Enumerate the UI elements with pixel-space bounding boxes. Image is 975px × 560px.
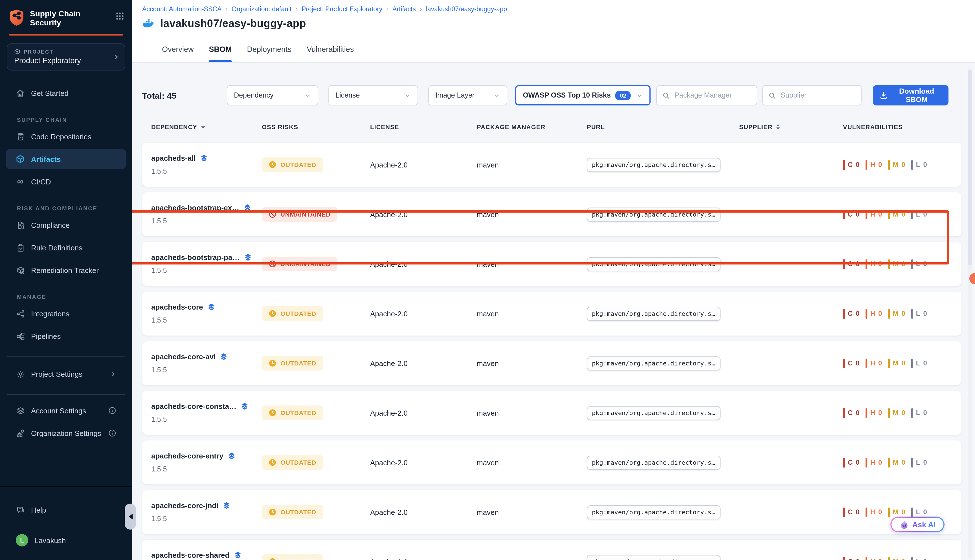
purl-cell: pkg:maven/org.apache.directory.s… xyxy=(587,257,739,271)
breadcrumb-artifact-name[interactable]: lavakush07/easy-buggy-app xyxy=(426,6,507,12)
column-header-dependency[interactable]: DEPENDENCY xyxy=(151,123,262,130)
tab-vulnerabilities[interactable]: Vulnerabilities xyxy=(307,37,354,62)
sidebar-item-organization-settings[interactable]: Organization Settings xyxy=(6,423,126,443)
purl-chip[interactable]: pkg:maven/org.apache.directory.s… xyxy=(587,207,720,222)
tab-sbom[interactable]: SBOM xyxy=(209,37,232,62)
help-chat-icon: ? xyxy=(16,506,25,514)
dependency-version: 1.5.5 xyxy=(151,515,262,523)
vulnerability-counts: C0H0M0L0 xyxy=(843,309,962,318)
table-row[interactable]: apacheds-core 1.5.5 OUTDATED Apache-2 xyxy=(142,292,962,335)
info-icon[interactable] xyxy=(109,407,116,415)
dependency-filter-select[interactable]: Dependency xyxy=(227,85,318,105)
sidebar-item-integrations[interactable]: Integrations xyxy=(6,303,126,324)
scrollbar-thumb[interactable] xyxy=(968,70,972,265)
sidebar-item-cicd[interactable]: ∞ CI/CD xyxy=(6,172,126,192)
risk-label: OUTDATED xyxy=(280,558,316,560)
severity-count-high: H0 xyxy=(866,210,883,219)
breadcrumb-account[interactable]: Account: Automation-SSCA xyxy=(142,6,222,12)
purl-chip[interactable]: pkg:maven/org.apache.directory.s… xyxy=(587,158,720,172)
app-root: Supply Chain Security PROJECT Product Ex… xyxy=(0,0,975,560)
license-cell: Apache-2.0 xyxy=(370,260,477,268)
image-layer-filter-select[interactable]: Image Layer xyxy=(428,85,507,105)
purl-chip[interactable]: pkg:maven/org.apache.directory.s… xyxy=(587,356,720,370)
dependency-cell: apacheds-core-avl 1.5.5 xyxy=(151,352,262,374)
table-row[interactable]: apacheds-core-jndi 1.5.5 OUTDATED Apa xyxy=(142,490,962,534)
section-label-manage: MANAGE xyxy=(17,294,132,300)
sidebar-item-code-repositories[interactable]: </> Code Repositories xyxy=(6,126,126,147)
ask-ai-button[interactable]: Ask AI xyxy=(890,517,945,532)
dependency-version: 1.5.5 xyxy=(151,317,262,324)
column-header-supplier[interactable]: SUPPLIER xyxy=(739,123,843,130)
table-row[interactable]: apacheds-bootstrap-pa… 1.5.5 UNMAINTAINE… xyxy=(142,242,962,286)
sidebar-item-get-started[interactable]: Get Started xyxy=(6,83,126,103)
dependency-name: apacheds-core-jndi xyxy=(151,502,219,510)
license-filter-select[interactable]: License xyxy=(328,85,418,105)
sidebar-footer: ? Help L Lavakush xyxy=(0,486,132,550)
risk-label: UNMAINTAINED xyxy=(280,211,331,218)
compliance-doc-icon xyxy=(16,221,25,229)
license-cell: Apache-2.0 xyxy=(370,408,477,417)
sidebar-item-help[interactable]: ? Help xyxy=(6,500,126,520)
table-row[interactable]: apacheds-core-entry 1.5.5 OUTDATED Ap xyxy=(142,440,962,485)
dependency-name: apacheds-bootstrap-pa… xyxy=(151,253,240,262)
vulnerability-counts: C0H0M0L0 xyxy=(843,358,962,368)
oss-risk-cell: OUTDATED xyxy=(262,356,370,370)
sbom-panel: Total: 45 Dependency License Image Layer xyxy=(132,85,975,560)
table-row[interactable]: apacheds-bootstrap-ex… 1.5.5 UNMAINTAINE… xyxy=(142,192,962,236)
main-content: Account: Automation-SSCA › Organization:… xyxy=(132,0,975,560)
sort-desc-icon xyxy=(201,125,206,128)
sidebar-item-pipelines[interactable]: Pipelines xyxy=(6,326,126,346)
dependency-name: apacheds-core-avl xyxy=(151,352,215,361)
info-icon[interactable] xyxy=(109,429,116,437)
sidebar-header: Supply Chain Security xyxy=(0,0,132,27)
dependency-cell: apacheds-bootstrap-pa… 1.5.5 xyxy=(151,253,262,275)
purl-cell: pkg:maven/org.apache.directory.s… xyxy=(587,455,739,470)
image-layers-icon xyxy=(243,204,252,212)
sidebar-item-label: Account Settings xyxy=(31,406,86,415)
sidebar-item-project-settings[interactable]: Project Settings xyxy=(6,364,126,384)
divider xyxy=(7,357,125,357)
purl-chip[interactable]: pkg:maven/org.apache.directory.s… xyxy=(587,406,720,420)
breadcrumb-artifacts[interactable]: Artifacts xyxy=(392,6,416,12)
sidebar-item-artifacts[interactable]: Artifacts xyxy=(6,149,126,169)
sidebar-item-rule-definitions[interactable]: Rule Definitions xyxy=(6,237,126,258)
column-header-package-manager: PACKAGE MANAGER xyxy=(477,123,587,130)
module-grid-icon[interactable] xyxy=(116,12,124,20)
tab-overview[interactable]: Overview xyxy=(162,37,194,62)
table-row[interactable]: apacheds-core-shared 1.5.5 OUTDATED A xyxy=(142,540,962,560)
title-row: lavakush07/easy-buggy-app xyxy=(142,17,965,37)
user-menu[interactable]: L Lavakush xyxy=(6,530,126,550)
package-manager-cell: maven xyxy=(477,557,587,560)
dependency-filter-label: Dependency xyxy=(234,92,273,99)
severity-count-medium: M0 xyxy=(888,458,905,467)
owasp-risks-filter-select[interactable]: OWASP OSS Top 10 Risks 02 xyxy=(515,85,650,105)
risk-status-icon xyxy=(269,310,277,318)
dependency-cell: apacheds-bootstrap-ex… 1.5.5 xyxy=(151,203,262,225)
severity-count-low: L0 xyxy=(911,210,927,219)
breadcrumb-organization[interactable]: Organization: default xyxy=(232,6,291,12)
project-label: PROJECT xyxy=(24,49,53,54)
risk-label: OUTDATED xyxy=(280,310,316,317)
supplier-search-input[interactable] xyxy=(780,91,855,100)
table-row[interactable]: apacheds-all 1.5.5 OUTDATED Apache-2. xyxy=(142,143,962,187)
sidebar-item-remediation-tracker[interactable]: Remediation Tracker xyxy=(6,260,126,280)
sidebar-item-label: Code Repositories xyxy=(31,132,92,141)
project-selector[interactable]: PROJECT Product Exploratory xyxy=(7,43,125,70)
app-title: Supply Chain Security xyxy=(30,9,88,27)
download-sbom-button[interactable]: Download SBOM xyxy=(873,85,948,105)
purl-chip[interactable]: pkg:maven/org.apache.directory.s… xyxy=(587,455,720,470)
tab-deployments[interactable]: Deployments xyxy=(247,37,292,62)
purl-chip[interactable]: pkg:maven/org.apache.directory.s… xyxy=(587,257,720,271)
account-settings-icon xyxy=(16,406,25,415)
sidebar-collapse-handle[interactable] xyxy=(125,503,136,530)
license-filter-label: License xyxy=(336,92,360,99)
table-row[interactable]: apacheds-core-avl 1.5.5 OUTDATED Apac xyxy=(142,341,962,385)
purl-chip[interactable]: pkg:maven/org.apache.directory.s… xyxy=(587,555,720,560)
purl-chip[interactable]: pkg:maven/org.apache.directory.s… xyxy=(587,307,720,321)
table-row[interactable]: apacheds-core-consta… 1.5.5 OUTDATED xyxy=(142,391,962,435)
sidebar-item-account-settings[interactable]: Account Settings xyxy=(6,400,126,421)
package-manager-search-input[interactable] xyxy=(673,91,751,100)
sidebar-item-compliance[interactable]: Compliance xyxy=(6,215,126,235)
purl-chip[interactable]: pkg:maven/org.apache.directory.s… xyxy=(587,505,720,519)
breadcrumb-project[interactable]: Project: Product Exploratory xyxy=(302,6,382,12)
